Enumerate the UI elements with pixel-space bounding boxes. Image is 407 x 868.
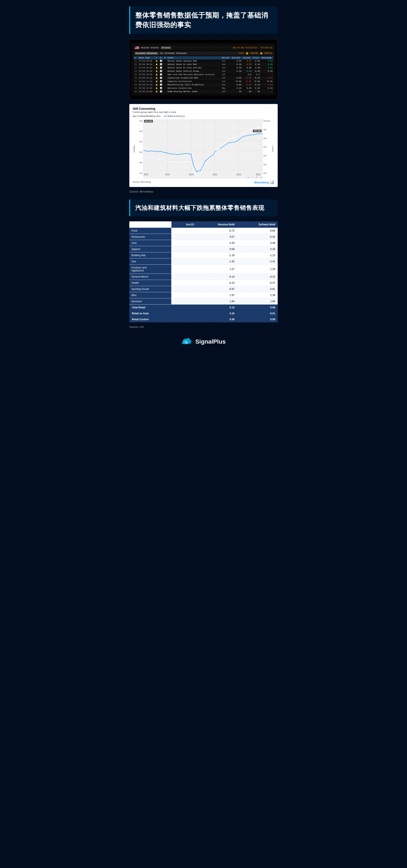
row-deflated: -0.66: [237, 228, 278, 234]
footer-category: Total Retail: [129, 304, 171, 310]
row-deflated: -2.41: [237, 258, 278, 265]
row-deflated: 0.48: [237, 240, 278, 246]
table-row: Misc 1.97 2.39: [129, 292, 278, 298]
row-deflated: 0.26: [237, 246, 278, 252]
weekly-option[interactable]: Weekly: [265, 52, 272, 55]
col-header-empty: .: [129, 221, 171, 228]
row-deflated: -0.15: [237, 274, 278, 280]
table-row: 2607/18 21:15 🔔 📊 Industrial Production …: [134, 76, 273, 80]
svg-text:⊘: ⊘: [256, 176, 258, 179]
view-option: ⬤: [260, 52, 263, 55]
row-category: Health: [129, 280, 171, 286]
col-header-deflated: Deflated MoM: [237, 221, 278, 228]
row-nominal: 0.58: [197, 246, 237, 252]
agenda-option[interactable]: Agenda: [250, 52, 258, 55]
table-row: 3007/18 22:00 🔔 📊 NAHB Housing Market In…: [134, 90, 273, 93]
row-nominal: -0.97: [197, 286, 237, 292]
table-row: Food -0.72 -0.66: [129, 228, 278, 234]
table-row: Restaurants 0.07 -0.32: [129, 234, 278, 240]
section1-title-block: 整体零售销售数据低于预期，掩盖了基础消费依旧强劲的事实: [129, 6, 278, 34]
terminal-subheader: Economic Releases All Economic Releases …: [134, 51, 273, 55]
col-revised: Revised▲: [261, 56, 273, 59]
source-citi: Source: Citi: [129, 326, 278, 329]
row-nominal: 0.07: [197, 234, 237, 240]
svg-text:2019: 2019: [165, 174, 170, 176]
col-header-period: Jun-23: [171, 221, 197, 228]
chart-legend: X Fd/Auto/Build/Gas (R1) Retail & Food (…: [133, 115, 274, 117]
section2-title: 汽油和建筑材料大幅下跌拖累整体零售销售表现: [135, 204, 273, 212]
footer-nominal: 0.56: [197, 316, 237, 322]
terminal-country: United States: [141, 46, 159, 49]
footer-deflated: -0.01: [237, 310, 278, 316]
data-table-box: . Jun-23 Nominal MoM Deflated MoM Food -…: [129, 221, 278, 322]
chart-subtitle: Control-group sales hit a new high in Ju…: [133, 111, 274, 113]
col-surv: Surv(H): [231, 56, 242, 59]
footer-category: Retail ex Auto: [129, 310, 171, 316]
table-row: 2207/18 20:30 🔔 📊 Retail Sales Ex Auto M…: [134, 63, 273, 66]
row-category: Restaurants: [129, 234, 171, 240]
footer-category: Retail Control: [129, 316, 171, 322]
page-wrapper: ✕ ✕ ✕ ✕ ✕ ✕ ✕ ✕ ✕ 整体零售销售数据低于预期，掩盖了基础消费依旧…: [123, 0, 284, 868]
chart-box: Still Consuming Control-group sales hit …: [129, 104, 278, 187]
section2-title-block: 汽油和建筑材料大幅下跌拖累整体零售销售表现: [129, 199, 278, 216]
col-event: Event: [167, 56, 221, 59]
terminal-all-label[interactable]: All Economic Releases: [160, 52, 186, 55]
table-footer-row: Retail Control 0.56 0.59: [129, 316, 278, 322]
row-nominal: -1.19: [197, 252, 237, 258]
row-nominal: -0.14: [197, 274, 237, 280]
row-nominal: 1.27: [197, 265, 237, 274]
row-category: General Merch: [129, 274, 171, 280]
row-nominal: -0.72: [197, 228, 237, 234]
chart-value-right: 384.592: [253, 130, 262, 132]
table-row: 2707/18 21:15 🔔 📊 Capacity Utilization J…: [134, 80, 273, 83]
terminal-inner: United States Browse 05:47:08 07/18/23 -…: [132, 43, 275, 95]
chart-svg: 2018 2019 2020 2021 2022 2023 ⊕ ✎ ⊘ ⬜: [143, 119, 263, 179]
svg-text:2022: 2022: [236, 174, 241, 176]
svg-text:2021: 2021: [213, 174, 217, 176]
row-category: Gas: [129, 258, 171, 265]
row-deflated: 1.28: [237, 265, 278, 274]
legend-blue-line: [164, 116, 167, 117]
row-nominal: 0.35: [197, 240, 237, 246]
terminal-browse[interactable]: Browse: [161, 46, 172, 49]
chart-value-left: 689.499: [144, 120, 153, 122]
chart-footer: Source: Bloomberg Bloomberg 📊: [133, 180, 274, 184]
terminal-box: United States Browse 05:47:08 07/18/23 -…: [129, 39, 278, 100]
row-nominal: -0.15: [197, 280, 237, 286]
terminal-table: # Date Time A M R Event Period Surv(H) A…: [134, 56, 273, 93]
col-prior: Prior: [252, 56, 261, 59]
us-flag-icon: [135, 46, 139, 49]
table-row: 2307/18 20:30 🔔 📊 Retail Sales Ex Auto a…: [134, 66, 273, 69]
view-option[interactable]: View: [239, 52, 244, 55]
table-row: Apparel 0.58 0.26: [129, 246, 278, 252]
signalplus-icon: [181, 337, 192, 346]
chart-title: Still Consuming: [133, 107, 274, 111]
svg-text:⊕: ⊕: [247, 176, 249, 179]
table-footer-row: Total Retail 0.19 0.08: [129, 304, 278, 310]
footer-brand-text: SignalPlus: [195, 338, 226, 345]
row-category: Apparel: [129, 246, 171, 252]
terminal-date-range: 07/18/23 - 07/26/23: [246, 46, 272, 49]
svg-text:2020: 2020: [189, 174, 194, 176]
footer-deflated: 0.59: [237, 316, 278, 322]
data-table: . Jun-23 Nominal MoM Deflated MoM Food -…: [129, 221, 278, 322]
table-row: 2807/18 21:15 🔔 📊 Manufacturing (SIC) Pr…: [134, 83, 273, 86]
col-r: R: [163, 56, 167, 59]
view-option: ⬤: [246, 52, 248, 55]
table-row: Nonstore 1.94 1.94: [129, 298, 278, 304]
table-row: Gas -1.42 -2.41: [129, 258, 278, 265]
terminal-eco-label[interactable]: Economic Releases: [135, 52, 158, 55]
col-m: M: [159, 56, 163, 59]
row-deflated: 2.39: [237, 292, 278, 298]
row-deflated: -1.13: [237, 252, 278, 258]
svg-text:⬜: ⬜: [260, 176, 263, 179]
terminal-time: 05:47:08: [233, 46, 244, 49]
bloomberg-logo: Bloomberg 📊: [255, 180, 274, 184]
table-row: Health -0.15 -0.37: [129, 280, 278, 286]
col-period: Period: [221, 56, 231, 59]
terminal-view-options: View ⬤ Agenda ⬤ Weekly: [239, 52, 272, 55]
table-row: 2507/18 20:30 🔔 📊 New York Fed Services …: [134, 73, 273, 76]
svg-point-23: [186, 343, 187, 344]
table-row: 2907/18 22:00 🔔 📊 Business Inventories M…: [134, 86, 273, 90]
legend-white-line: [133, 116, 136, 117]
